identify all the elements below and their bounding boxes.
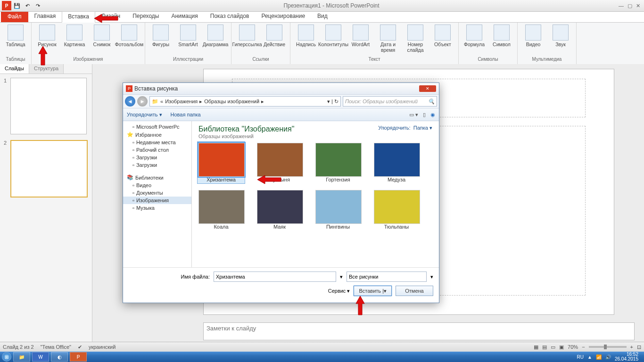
nav-item[interactable]: ▫Видео: [123, 181, 191, 189]
help-icon[interactable]: ◉: [430, 112, 435, 118]
ribbon-button[interactable]: Номер слайда: [403, 24, 428, 54]
tray-sound-icon[interactable]: 🔊: [605, 354, 611, 360]
breadcrumb-bar[interactable]: 📁 « Изображения▸ Образцы изображений▸ ▾ …: [149, 96, 341, 107]
file-item[interactable]: Тюльпаны: [374, 190, 419, 230]
tray-lang[interactable]: RU: [577, 354, 584, 360]
language-indicator[interactable]: украинский: [89, 344, 116, 350]
nav-item[interactable]: ▫Недавние места: [123, 139, 191, 146]
nav-item[interactable]: ▫Загрузки: [123, 161, 191, 169]
taskbar-word[interactable]: W: [32, 352, 49, 362]
save-icon[interactable]: 💾: [12, 1, 22, 10]
outline-tab[interactable]: Структура: [29, 64, 64, 74]
spellcheck-icon[interactable]: ✔: [78, 344, 82, 350]
file-item[interactable]: Пустыня: [257, 143, 302, 182]
tray-flag-icon[interactable]: ▲: [587, 354, 592, 360]
nav-item[interactable]: ▫Документы: [123, 189, 191, 197]
redo-icon[interactable]: ↷: [33, 1, 42, 10]
ribbon-button[interactable]: Фотоальбом: [116, 24, 142, 48]
filetype-filter[interactable]: [347, 272, 427, 282]
ribbon-button[interactable]: Таблица: [3, 24, 28, 48]
undo-icon[interactable]: ↶: [23, 1, 32, 10]
nav-forward-button[interactable]: ►: [137, 96, 148, 107]
ribbon-button[interactable]: Диаграмма: [203, 24, 228, 48]
sort-by[interactable]: Упорядочить: Папка ▾: [378, 125, 432, 131]
file-item[interactable]: Гортензия: [315, 143, 361, 182]
view-slideshow-icon[interactable]: ▣: [559, 344, 564, 350]
zoom-slider[interactable]: [589, 346, 627, 348]
organize-button[interactable]: Упорядочить ▾: [127, 112, 162, 118]
tray-network-icon[interactable]: 📶: [596, 354, 602, 360]
close-icon[interactable]: ✕: [636, 3, 640, 9]
view-mode-button[interactable]: ▭ ▾: [409, 112, 418, 118]
tab-review[interactable]: Рецензирование: [255, 11, 311, 22]
cancel-button[interactable]: Отмена: [396, 286, 433, 296]
ribbon-button[interactable]: Колонтитулы: [321, 24, 346, 48]
notes-pane[interactable]: Заметки к слайду: [203, 322, 635, 340]
taskbar-explorer[interactable]: 📁: [13, 352, 30, 362]
tab-slideshow[interactable]: Показ слайдов: [204, 11, 256, 22]
file-item[interactable]: Медуза: [374, 143, 419, 182]
ribbon-button[interactable]: Звук: [548, 24, 573, 48]
dialog-titlebar[interactable]: P Вставка рисунка ✕: [123, 83, 439, 94]
file-item[interactable]: Маяк: [257, 190, 302, 230]
ribbon-button[interactable]: WordArt: [348, 24, 373, 48]
crumb-1[interactable]: Изображения: [165, 99, 198, 104]
crumb-2[interactable]: Образцы изображений: [204, 99, 259, 104]
ribbon-button[interactable]: Фигуры: [148, 24, 173, 48]
file-item[interactable]: Коала: [198, 190, 244, 230]
nav-item[interactable]: ▫Загрузки: [123, 154, 191, 161]
tab-design[interactable]: Дизайн: [95, 11, 126, 22]
ribbon-button[interactable]: SmartArt: [175, 24, 201, 48]
ribbon-button[interactable]: Надпись: [293, 24, 319, 48]
tab-transitions[interactable]: Переходы: [126, 11, 165, 22]
ribbon-button[interactable]: Гиперссылка: [234, 24, 260, 48]
view-reading-icon[interactable]: ▭: [551, 344, 555, 350]
taskbar-chrome[interactable]: ◐: [51, 352, 68, 362]
tab-animation[interactable]: Анимация: [165, 11, 204, 22]
ribbon-button[interactable]: Действие: [262, 24, 287, 48]
tab-insert[interactable]: Вставка: [62, 11, 95, 23]
ribbon-button[interactable]: Символ: [489, 24, 514, 48]
nav-item[interactable]: ▫Microsoft PowerPc: [123, 123, 191, 131]
ribbon-button[interactable]: Рисунок: [34, 24, 60, 48]
ribbon-button[interactable]: Формула: [462, 24, 487, 48]
view-normal-icon[interactable]: ▦: [534, 344, 538, 350]
nav-item[interactable]: ▫Изображения: [123, 197, 191, 204]
dialog-address-bar: ◄ ► 📁 « Изображения▸ Образцы изображений…: [123, 94, 439, 108]
dialog-close-button[interactable]: ✕: [419, 85, 436, 92]
zoom-out-icon[interactable]: −: [582, 344, 585, 350]
nav-item[interactable]: 📚Библиотеки: [123, 173, 191, 181]
ribbon-button[interactable]: Дата и время: [375, 24, 401, 54]
search-box[interactable]: Поиск: Образцы изображений 🔍: [343, 96, 437, 107]
file-tab[interactable]: Файл: [1, 12, 28, 22]
maximize-icon[interactable]: ▢: [627, 3, 632, 9]
filename-input[interactable]: [214, 272, 336, 282]
zoom-level[interactable]: 70%: [568, 344, 578, 350]
file-item[interactable]: Пингвины: [315, 190, 361, 230]
slide-thumb-1[interactable]: 1: [4, 78, 88, 134]
insert-button[interactable]: Вставить |▾: [354, 286, 392, 296]
start-button[interactable]: ⊞: [2, 352, 11, 362]
ribbon-button[interactable]: Видео: [520, 24, 546, 48]
ribbon-button[interactable]: Объект: [430, 24, 455, 48]
nav-back-button[interactable]: ◄: [125, 96, 135, 107]
file-item[interactable]: Хризантема: [197, 141, 245, 184]
ribbon-button[interactable]: Снимок: [89, 24, 115, 48]
zoom-in-icon[interactable]: +: [630, 344, 633, 350]
taskbar-powerpoint[interactable]: P: [70, 352, 87, 362]
slides-tab[interactable]: Слайды: [0, 64, 29, 74]
minimize-icon[interactable]: —: [619, 3, 624, 9]
nav-item[interactable]: ⭐Избранное: [123, 131, 191, 139]
tab-view[interactable]: Вид: [311, 11, 334, 22]
fit-icon[interactable]: ⊡: [637, 344, 641, 350]
nav-item[interactable]: ▫Рабочий стол: [123, 146, 191, 154]
slide-thumb-2[interactable]: 2: [4, 140, 88, 197]
new-folder-button[interactable]: Новая папка: [171, 112, 201, 117]
nav-item[interactable]: ▫Музыка: [123, 204, 191, 212]
tray-date[interactable]: 26.04.2015: [615, 357, 638, 362]
preview-pane-button[interactable]: ▯: [423, 112, 426, 118]
tools-button[interactable]: Сервис ▾: [328, 288, 350, 294]
ribbon-button[interactable]: Картинка: [62, 24, 87, 48]
view-sorter-icon[interactable]: ▤: [542, 344, 547, 350]
tab-home[interactable]: Главная: [28, 11, 62, 22]
